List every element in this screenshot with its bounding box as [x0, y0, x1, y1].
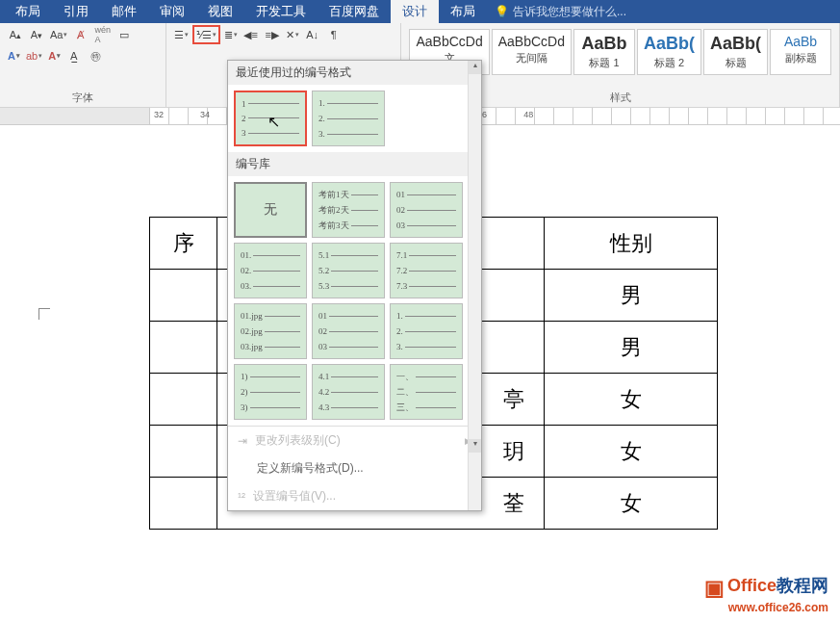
char-shading-button[interactable]: A̲: [64, 46, 84, 65]
tab-baidu[interactable]: 百度网盘: [318, 0, 391, 24]
tab-review[interactable]: 审阅: [148, 0, 196, 24]
number-format-item[interactable]: 01 02 03: [390, 182, 463, 238]
sort-button[interactable]: A↓: [303, 25, 322, 44]
tab-layout2[interactable]: 布局: [439, 0, 487, 24]
ribbon-tabs: 布局 引用 邮件 审阅 视图 开发工具 百度网盘 设计 布局 💡 告诉我您想要做…: [0, 0, 840, 23]
change-case-button[interactable]: Aa▾: [48, 25, 69, 44]
font-group: A▴ A▾ Aa▾ A̸ wénA ▭ A▾ ab▾ A▾ A̲ ㊕ 字体: [0, 23, 166, 107]
lightbulb-icon: 💡: [495, 5, 509, 18]
indent-icon: ⇥: [238, 434, 247, 448]
page-corner-icon: [38, 308, 50, 320]
office-logo-icon: ▣: [704, 576, 725, 601]
style-heading2[interactable]: AaBb(标题 2: [637, 29, 701, 75]
number-format-recent-2[interactable]: 1. 2. 3.: [312, 91, 385, 146]
set-number-value-menu: ¹² 设置编号值(V)...: [228, 482, 481, 510]
number-format-item[interactable]: 01 02 03: [312, 303, 385, 359]
enclose-char-button[interactable]: ㊕: [86, 46, 105, 65]
numbering-button[interactable]: ⅟☰▾: [192, 25, 220, 44]
number-library-title: 编号库: [228, 152, 481, 176]
text-effects-button[interactable]: A▾: [6, 46, 22, 65]
numbering-dropdown: ▴ ▾ 最近使用过的编号格式 1 2 3 1. 2. 3. 编号库 无 考前1天…: [227, 60, 482, 511]
style-subtitle[interactable]: AaBb副标题: [770, 29, 831, 75]
style-nospacing[interactable]: AaBbCcDd无间隔: [492, 29, 572, 75]
table-cell[interactable]: 性别: [545, 218, 718, 270]
phonetic-button[interactable]: wénA: [92, 25, 113, 44]
number-format-item[interactable]: 4.1 4.2 4.3: [312, 364, 385, 420]
number-format-item[interactable]: 01. 02. 03.: [234, 243, 307, 298]
number-format-item[interactable]: 01.jpg 02.jpg 03.jpg: [234, 303, 307, 359]
recent-formats-title: 最近使用过的编号格式: [228, 61, 481, 85]
number-format-item[interactable]: 1) 2) 3): [234, 364, 307, 420]
show-marks-button[interactable]: ¶: [324, 25, 344, 44]
clear-format-button[interactable]: A̸: [71, 25, 90, 44]
number-icon: ¹²: [238, 490, 245, 504]
tab-references[interactable]: 引用: [52, 0, 100, 24]
style-title[interactable]: AaBb(标题: [703, 29, 768, 75]
tab-developer[interactable]: 开发工具: [244, 0, 318, 24]
scroll-up-icon[interactable]: ▴: [469, 61, 481, 74]
tab-view[interactable]: 视图: [196, 0, 244, 24]
number-format-item[interactable]: 考前1天 考前2天 考前3天: [312, 182, 385, 238]
asian-layout-button[interactable]: ✕▾: [284, 25, 301, 44]
tell-me-search[interactable]: 💡 告诉我您想要做什么...: [495, 4, 626, 20]
tab-mailings[interactable]: 邮件: [100, 0, 148, 24]
tab-design[interactable]: 设计: [391, 0, 439, 24]
multilevel-button[interactable]: ≣▾: [222, 25, 240, 44]
number-format-item[interactable]: 1. 2. 3.: [390, 303, 463, 359]
highlight-button[interactable]: ab▾: [24, 46, 44, 65]
number-format-item[interactable]: 一、 二、 三、: [390, 364, 463, 420]
define-number-format-menu[interactable]: 定义新编号格式(D)...: [228, 454, 481, 482]
decrease-indent-button[interactable]: ◀≡: [242, 25, 261, 44]
grow-font-button[interactable]: A▴: [6, 25, 25, 44]
number-format-recent-1[interactable]: 1 2 3: [234, 91, 307, 146]
font-color-button[interactable]: A▾: [46, 46, 63, 65]
tell-me-text: 告诉我您想要做什么...: [513, 4, 626, 20]
tab-layout1[interactable]: 布局: [4, 0, 52, 24]
watermark-url: www.office26.com: [704, 601, 828, 614]
number-format-item[interactable]: 5.1 5.2 5.3: [312, 243, 385, 298]
scroll-down-icon[interactable]: ▾: [469, 439, 481, 453]
font-group-label: 字体: [6, 89, 160, 107]
char-border-button[interactable]: ▭: [115, 25, 134, 44]
bullets-button[interactable]: ☰▾: [172, 25, 191, 44]
table-cell[interactable]: 序: [150, 218, 217, 270]
number-format-none[interactable]: 无: [234, 182, 307, 238]
style-heading1[interactable]: AaBb标题 1: [573, 29, 635, 75]
number-format-item[interactable]: 7.1 7.2 7.3: [390, 243, 463, 298]
scrollbar[interactable]: ▴ ▾: [468, 61, 481, 510]
change-list-level-menu: ⇥ 更改列表级别(C) ▶: [228, 427, 481, 454]
shrink-font-button[interactable]: A▾: [27, 25, 46, 44]
increase-indent-button[interactable]: ≡▶: [263, 25, 282, 44]
watermark: ▣ Office教程网 www.office26.com: [704, 574, 828, 614]
